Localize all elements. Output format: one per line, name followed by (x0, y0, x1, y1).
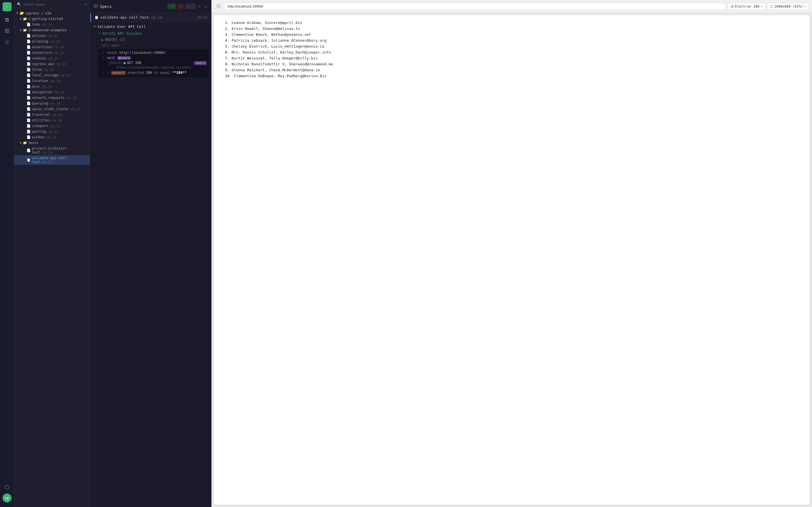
test-suite-header[interactable]: ▼ Validate User API Call (90, 23, 211, 30)
browser-dropdown-btn[interactable]: Electron 106 ▾ (728, 3, 765, 10)
user-list-item: 5. Chelsey Dietrich, Lucio_Hettinger@ann… (225, 43, 799, 49)
file-window[interactable]: 📄 window.cy.js (14, 134, 90, 140)
preview-content: 1. Leanne Graham, Sincere@april.biz2. Er… (214, 15, 810, 505)
http-method-dot (123, 62, 126, 64)
folder-icon: 📁 (23, 17, 27, 21)
chevron-down-icon: ▼ (16, 11, 18, 15)
svg-rect-2 (5, 21, 9, 21)
folder-name-advanced: 2-advanced-examples (28, 28, 67, 32)
code-content-2: wait @users (107, 56, 131, 60)
specs-icon (94, 4, 98, 9)
http-method: GET 200 (127, 61, 141, 65)
file-icon-active: 📋 (27, 158, 31, 162)
url-input[interactable] (224, 3, 726, 10)
file-icon: 📄 (27, 56, 31, 60)
code-content-3: – assert expected 200 to equal **200** (107, 71, 187, 75)
folder-tests[interactable]: ▼ 📁 tests (14, 140, 90, 146)
file-todo[interactable]: 📄 todo.cy.js (14, 22, 90, 27)
viewport-btn[interactable]: 1000x660 (61%) ▾ (767, 3, 809, 10)
file-name-window: window.cy.js (32, 135, 56, 139)
file-icon: 📄 (27, 101, 31, 105)
user-list-item: 3. Clementine Bauch, Nathan@yesenia.net (225, 32, 799, 38)
file-aliasing[interactable]: 📄 aliasing.cy.js (14, 39, 90, 44)
code-line-3[interactable]: 3 – assert expected 200 to equal **200** (100, 70, 207, 75)
refresh-btn[interactable]: ↺ (203, 3, 208, 10)
chevron-down-icon: ▼ (20, 17, 22, 21)
file-name-validate-api: validate-api-call-test.cy.js (32, 156, 88, 164)
root-folder[interactable]: ▼ 📁 cypress / e2e (14, 10, 90, 16)
suite-name: Validate User API Call (97, 24, 146, 29)
test-case-verify[interactable]: ✓ Verify API Success (90, 30, 211, 37)
search-bar[interactable]: 🔍 + (14, 0, 90, 9)
pass-badge: ✓ 1 (167, 4, 176, 9)
svg-rect-3 (5, 29, 9, 30)
file-cypress-api[interactable]: 📄 cypress_api.cy.js (14, 61, 90, 67)
dropdown-btn[interactable]: ▾ (197, 3, 202, 10)
line-num-2: 2 (100, 56, 104, 60)
file-spies-stubs[interactable]: 📄 spies_stubs_clocks.cy.js (14, 106, 90, 112)
cypress-logo-btn[interactable]: cy (3, 494, 11, 503)
add-spec-btn[interactable]: + (84, 2, 87, 7)
pass-count: 1 (172, 4, 174, 8)
file-viewport[interactable]: 📄 viewport.cy.js (14, 123, 90, 129)
security-icon-btn[interactable] (215, 4, 222, 9)
file-icon: 📄 (27, 22, 31, 26)
file-utilities[interactable]: 📄 utilities.cy.js (14, 117, 90, 123)
file-name-local-storage: local_storage.cy.js (32, 73, 70, 77)
file-validate-api[interactable]: 📋 validate-api-call-test.cy.js (14, 155, 90, 165)
code-line-1[interactable]: 1 visit http://localhost:19006/ (100, 50, 207, 55)
user-list-item: 1. Leanne Graham, Sincere@april.biz (225, 20, 799, 25)
file-icon: 📄 (27, 62, 31, 66)
routes-label: ROUTES (1) (105, 38, 125, 42)
file-local-storage[interactable]: 📄 local_storage.cy.js (14, 72, 90, 78)
file-name-assertions: assertions.cy.js (32, 45, 64, 49)
file-icon: 📄 (27, 45, 31, 49)
file-name-location: location.cy.js (32, 79, 60, 83)
skip-badge: ◌ -- (185, 4, 196, 9)
test-file-bar[interactable]: 📋 validate-api-call-test.cy.js 00:01 (90, 13, 211, 22)
settings-btn[interactable] (2, 37, 12, 47)
file-traversal[interactable]: 📄 traversal.cy.js (14, 112, 90, 117)
file-tree-toggle-btn[interactable] (2, 15, 12, 25)
file-icon: 📄 (27, 129, 31, 133)
line-num-3: 3 (100, 71, 104, 75)
file-project-kickstart[interactable]: 📄 project-kickstart-test.cy.js (14, 146, 90, 155)
specs-title: Specs (100, 4, 112, 9)
folder-advanced-examples[interactable]: ▼ 📁 2-advanced-examples (14, 27, 90, 33)
routes-item[interactable]: ▶ ROUTES (1) (90, 37, 211, 43)
code-line-2[interactable]: 2 wait @users (100, 55, 207, 61)
fail-badge: ✕ (177, 4, 184, 9)
list-view-btn[interactable] (2, 26, 12, 36)
file-icon: 📄 (27, 113, 31, 117)
file-cookies[interactable]: 📄 cookies.cy.js (14, 55, 90, 61)
file-files[interactable]: 📄 files.cy.js (14, 67, 90, 72)
file-tree-panel: 🔍 + ▼ 📁 cypress / e2e ▼ 📁 1-getting-star… (14, 0, 90, 507)
test-file-name: validate-api-call-test.cy.js (100, 15, 162, 19)
file-network-requests[interactable]: 📄 network_requests.cy.js (14, 95, 90, 101)
file-assertions[interactable]: 📄 assertions.cy.js (14, 44, 90, 50)
file-navigation[interactable]: 📄 navigation.cy.js (14, 89, 90, 95)
file-waiting[interactable]: 📄 waiting.cy.js (14, 129, 90, 134)
file-location[interactable]: 📄 location.cy.js (14, 78, 90, 83)
file-connectors[interactable]: 📄 connectors.cy.js (14, 50, 90, 55)
file-icon: 📄 (27, 118, 31, 122)
file-icon: 📄 (27, 34, 31, 38)
file-name-cookies: cookies.cy.js (32, 56, 58, 60)
search-input[interactable] (23, 2, 83, 6)
user-list-item: 2. Ervin Howell, Shanna@melissa.tv (225, 25, 799, 32)
preview-panel: Electron 106 ▾ 1000x660 (61%) ▾ 1. Leann… (211, 0, 812, 507)
app-logo[interactable]: ✓ (3, 2, 11, 11)
browser-name: Electron 106 (735, 4, 760, 8)
workflow-btn[interactable] (2, 482, 12, 492)
file-querying[interactable]: 📄 querying.cy.js (14, 101, 90, 106)
test-body-label: TEST BODY (90, 43, 211, 49)
file-icon: 📄 (27, 79, 31, 83)
chevron-down-icon: ▼ (20, 141, 22, 145)
icon-bar: ✓ cy (0, 0, 14, 507)
file-misc[interactable]: 📄 misc.cy.js (14, 83, 90, 89)
folder-getting-started[interactable]: ▼ 📁 1-getting-started (14, 16, 90, 22)
arrow-right-icon: ▶ (101, 38, 103, 42)
file-name-querying: querying.cy.js (32, 101, 60, 105)
folder-icon: 📁 (23, 28, 27, 32)
file-actions[interactable]: 📄 actions.cy.js (14, 33, 90, 39)
